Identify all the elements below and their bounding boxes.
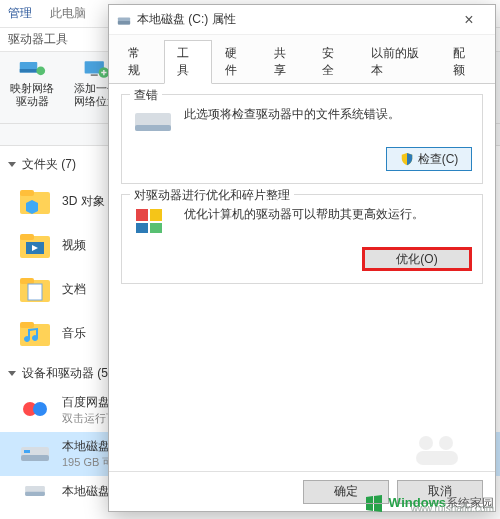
ribbon-manage[interactable]: 管理: [8, 5, 32, 22]
chevron-down-icon: [8, 162, 16, 167]
svg-rect-19: [21, 455, 49, 461]
button-label: 检查(C): [418, 151, 459, 168]
svg-rect-24: [118, 20, 130, 24]
watermark: Windows系统家园 www.ruishaifu.com: [364, 493, 494, 513]
button-label: 确定: [334, 483, 358, 500]
svg-rect-29: [136, 223, 148, 233]
drive-icon: [18, 437, 52, 471]
check-button[interactable]: 检查(C): [386, 147, 472, 171]
baidu-netdisk-icon: [18, 393, 52, 427]
optimize-button[interactable]: 优化(O): [362, 247, 472, 271]
ghost-people-icon: [412, 433, 462, 467]
close-button[interactable]: ×: [449, 8, 489, 32]
chevron-down-icon: [8, 371, 16, 376]
group-optimize: 对驱动器进行优化和碎片整理 优化计算机的驱动器可以帮助其更高效运行。 优化(O): [121, 194, 483, 284]
tab-previous[interactable]: 以前的版本: [358, 40, 440, 84]
monitor-plus-icon: [82, 58, 110, 80]
dialog-body: 查错 此选项将检查驱动器中的文件系统错误。 检查(C) 对驱动器进行优化和碎片整…: [109, 84, 495, 471]
svg-rect-27: [136, 209, 148, 221]
drive-small-icon: [117, 13, 131, 27]
tab-general[interactable]: 常规: [115, 40, 164, 84]
button-label: 优化(O): [396, 251, 437, 268]
watermark-url: www.ruishaifu.com: [411, 503, 494, 514]
drive-network-icon: [18, 58, 46, 80]
folder-3d-icon: [18, 184, 52, 218]
group-legend: 对驱动器进行优化和碎片整理: [130, 187, 294, 204]
svg-point-32: [439, 436, 453, 450]
svg-rect-13: [28, 284, 42, 300]
defrag-icon: [132, 205, 174, 237]
item-label: 视频: [62, 237, 86, 254]
svg-point-2: [36, 66, 45, 75]
tab-quota[interactable]: 配额: [440, 40, 489, 84]
group-error-check: 查错 此选项将检查驱动器中的文件系统错误。 检查(C): [121, 94, 483, 184]
category-label: 设备和驱动器 (5): [22, 365, 112, 382]
tab-hardware[interactable]: 硬件: [212, 40, 261, 84]
drive-check-icon: [132, 105, 174, 137]
category-label: 文件夹 (7): [22, 156, 76, 173]
tab-strip: 常规 工具 硬件 共享 安全 以前的版本 配额: [109, 35, 495, 84]
group-legend: 查错: [130, 87, 162, 104]
svg-rect-28: [150, 209, 162, 221]
svg-rect-7: [20, 190, 34, 196]
group-desc: 优化计算机的驱动器可以帮助其更高效运行。: [184, 205, 424, 224]
svg-point-31: [419, 436, 433, 450]
svg-rect-1: [20, 69, 38, 73]
drive-icon: [18, 479, 52, 503]
svg-rect-22: [25, 492, 45, 496]
item-label: 文档: [62, 281, 86, 298]
shield-icon: [400, 152, 414, 166]
folder-docs-icon: [18, 272, 52, 306]
tab-tools[interactable]: 工具: [164, 40, 213, 84]
svg-rect-12: [20, 278, 34, 284]
tool-map-network[interactable]: 映射网络 驱动器: [6, 58, 58, 108]
svg-point-17: [33, 402, 47, 416]
tab-sharing[interactable]: 共享: [261, 40, 310, 84]
group-desc: 此选项将检查驱动器中的文件系统错误。: [184, 105, 400, 124]
dialog-title: 本地磁盘 (C:) 属性: [137, 11, 236, 28]
svg-rect-26: [135, 125, 171, 131]
tool-label: 映射网络 驱动器: [6, 82, 58, 108]
svg-rect-15: [20, 322, 34, 328]
tab-security[interactable]: 安全: [309, 40, 358, 84]
windows-logo-icon: [364, 493, 384, 513]
svg-rect-33: [416, 451, 458, 465]
ribbon-thispc: 此电脑: [50, 5, 86, 22]
ribbon-drive-tools[interactable]: 驱动器工具: [8, 31, 68, 48]
folder-music-icon: [18, 316, 52, 350]
dialog-titlebar[interactable]: 本地磁盘 (C:) 属性 ×: [109, 5, 495, 35]
svg-rect-9: [20, 234, 34, 240]
svg-rect-4: [91, 74, 98, 76]
item-label: 音乐: [62, 325, 86, 342]
svg-rect-30: [150, 223, 162, 233]
svg-rect-20: [24, 450, 30, 453]
folder-videos-icon: [18, 228, 52, 262]
item-label: 3D 对象: [62, 193, 105, 210]
